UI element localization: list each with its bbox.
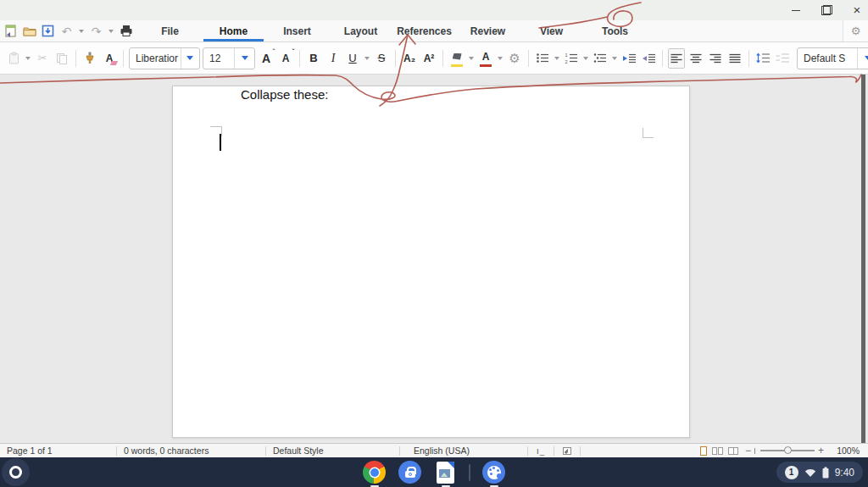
align-left-button[interactable] — [668, 48, 685, 69]
decrease-font-size-button[interactable]: Aˇ — [277, 48, 294, 69]
redo-button[interactable]: ↷ — [89, 24, 103, 38]
copy-button[interactable] — [53, 48, 70, 69]
highlight-color-button[interactable] — [448, 48, 465, 69]
increase-font-size-button[interactable]: Aˆ — [258, 48, 275, 69]
status-tray[interactable]: 1 9:40 — [776, 462, 863, 483]
home-toolbar: ✂ A Liberatior 12 Aˆ Aˇ B I U S A₂ A² A … — [0, 42, 868, 75]
selection-mode-indicator[interactable] — [554, 445, 580, 457]
italic-button[interactable]: I — [325, 48, 342, 69]
paste-button[interactable] — [5, 48, 22, 69]
numbered-list-dropdown[interactable] — [583, 57, 588, 60]
justify-button[interactable] — [726, 48, 743, 69]
restore-button[interactable] — [821, 4, 832, 16]
chrome-icon — [363, 461, 386, 484]
clone-formatting-button[interactable] — [81, 48, 98, 69]
chromeos-shelf: 1 9:40 — [0, 457, 868, 487]
zoom-slider[interactable] — [760, 450, 815, 451]
paragraph-spacing-button[interactable] — [774, 48, 791, 69]
strikethrough-button[interactable]: S — [373, 48, 390, 69]
single-page-view-button[interactable] — [700, 446, 707, 456]
document-text: Collapse these: — [241, 87, 328, 102]
superscript-button[interactable]: A² — [420, 48, 437, 69]
tab-insert[interactable]: Insert — [265, 20, 329, 42]
zoom-in-button[interactable]: + — [818, 446, 824, 455]
word-count-label[interactable]: 0 words, 0 characters — [117, 445, 265, 456]
zoom-out-button[interactable]: − — [745, 446, 751, 455]
decrease-indent-button[interactable] — [640, 48, 657, 69]
minimize-button[interactable] — [790, 4, 802, 16]
launcher-icon — [9, 466, 22, 479]
bullet-list-button[interactable] — [534, 48, 551, 69]
tab-layout[interactable]: Layout — [329, 20, 392, 42]
zoom-slider-thumb[interactable] — [784, 446, 792, 454]
undo-dropdown[interactable] — [79, 30, 84, 33]
text-boundary-corner-top-right — [643, 128, 654, 138]
tab-home[interactable]: Home — [202, 20, 265, 42]
numbered-list-button[interactable]: 12 — [563, 48, 580, 69]
font-color-dropdown[interactable] — [498, 57, 503, 60]
notebookbar-settings-gear-icon[interactable]: ⚙ — [843, 20, 868, 42]
paste-dropdown[interactable] — [25, 57, 31, 60]
tab-tools[interactable]: Tools — [583, 20, 647, 42]
paragraph-style-dropdown[interactable] — [857, 48, 868, 69]
zoom-control: − + — [745, 446, 831, 455]
increase-indent-button[interactable] — [620, 48, 637, 69]
open-folder-button[interactable] — [22, 24, 36, 38]
page-count-label[interactable]: Page 1 of 1 — [0, 445, 116, 456]
line-spacing-button[interactable] — [754, 48, 771, 69]
language-label[interactable]: English (USA) — [400, 445, 527, 456]
notification-badge: 1 — [785, 466, 798, 479]
font-name-combobox[interactable]: Liberatior — [129, 47, 200, 69]
title-bar: × — [0, 0, 868, 20]
launcher-button[interactable] — [2, 458, 30, 486]
bold-button[interactable]: B — [305, 48, 322, 69]
close-button[interactable]: × — [851, 4, 863, 16]
cut-button[interactable]: ✂ — [34, 48, 51, 69]
undo-button[interactable]: ↶ — [59, 24, 74, 38]
insert-mode-indicator[interactable]: I_ — [528, 445, 554, 457]
tab-review[interactable]: Review — [456, 20, 520, 42]
app-gallery-palette[interactable] — [481, 460, 506, 484]
font-color-button[interactable]: A — [477, 48, 494, 69]
page-style-label[interactable]: Default Style — [266, 445, 399, 456]
document-app-icon — [437, 462, 454, 484]
text-cursor — [220, 134, 221, 151]
font-size-combobox[interactable]: 12 — [203, 47, 255, 69]
redo-dropdown[interactable] — [108, 30, 114, 33]
bullet-list-dropdown[interactable] — [554, 57, 559, 60]
print-button[interactable] — [119, 24, 133, 38]
multi-page-view-button[interactable] — [712, 447, 723, 455]
svg-text:2: 2 — [565, 59, 568, 64]
app-libreoffice-writer[interactable] — [433, 460, 458, 484]
highlight-color-dropdown[interactable] — [469, 57, 474, 60]
font-name-dropdown[interactable] — [181, 48, 199, 69]
app-lock-sync[interactable] — [398, 460, 422, 484]
document-page[interactable]: Collapse these: — [172, 86, 690, 438]
save-button[interactable] — [41, 24, 55, 38]
subscript-button[interactable]: A₂ — [401, 48, 418, 69]
font-size-dropdown[interactable] — [234, 48, 254, 69]
align-right-button[interactable] — [707, 48, 724, 69]
view-layout-buttons — [700, 446, 745, 456]
menu-tab-bar: ↶ ↷ File Home Insert Layout References R… — [0, 20, 868, 42]
new-document-button[interactable] — [3, 24, 18, 38]
tab-view[interactable]: View — [520, 20, 583, 42]
outline-list-button[interactable] — [592, 48, 609, 69]
clear-formatting-button[interactable]: A — [101, 48, 118, 69]
zoom-level-label[interactable]: 100% — [831, 445, 868, 456]
tab-file[interactable]: File — [138, 20, 202, 42]
underline-button[interactable]: U — [344, 48, 361, 69]
quick-toolbar: ↶ ↷ — [0, 20, 138, 42]
app-chrome[interactable] — [362, 460, 387, 484]
character-dialog-button[interactable]: ⚙ — [506, 48, 523, 69]
underline-dropdown[interactable] — [364, 57, 370, 60]
paragraph-style-combobox[interactable]: Default S — [797, 47, 868, 69]
document-area[interactable]: Collapse these: — [0, 75, 868, 443]
lock-sync-icon — [398, 461, 421, 484]
book-view-button[interactable] — [728, 447, 738, 455]
outline-list-dropdown[interactable] — [612, 57, 617, 60]
vertical-scrollbar[interactable] — [861, 75, 865, 443]
tab-references[interactable]: References — [392, 20, 456, 42]
palette-icon — [482, 461, 505, 484]
align-center-button[interactable] — [687, 48, 704, 69]
